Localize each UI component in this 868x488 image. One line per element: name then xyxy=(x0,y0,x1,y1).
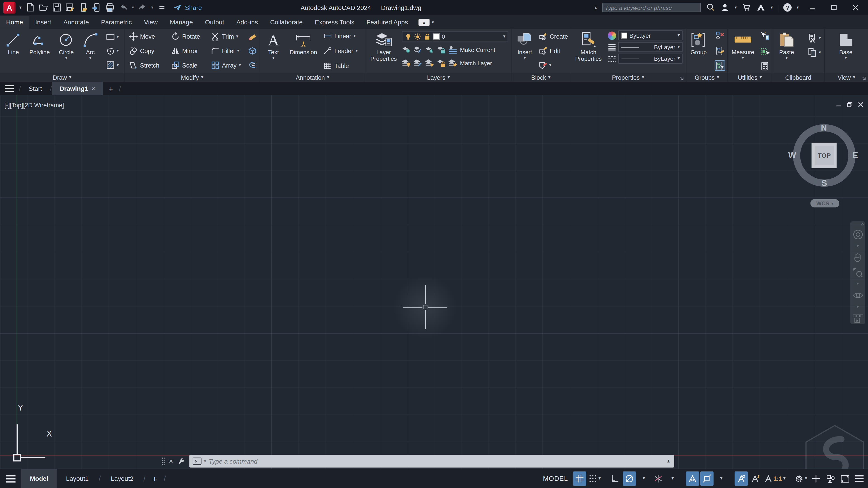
arc-button[interactable]: Arc ▾ xyxy=(80,29,101,73)
snap-mode-toggle[interactable]: ▾ xyxy=(587,471,602,486)
account-icon[interactable] xyxy=(720,3,730,12)
line-button[interactable]: Line xyxy=(2,29,25,73)
file-tabs-menu-button[interactable] xyxy=(0,82,19,95)
quick-calc-icon[interactable] xyxy=(760,61,770,71)
tab-layout1[interactable]: Layout1 xyxy=(57,469,98,488)
help-caret-icon[interactable]: ▾ xyxy=(797,5,799,10)
qat-customize-icon[interactable] xyxy=(157,3,167,12)
layer-unlock-icon[interactable] xyxy=(423,33,431,40)
show-motion-icon[interactable] xyxy=(852,313,863,324)
pan-icon[interactable] xyxy=(852,252,863,263)
account-caret-icon[interactable]: ▾ xyxy=(735,5,737,10)
clipboard-panel-label[interactable]: Clipboard xyxy=(772,73,824,82)
layer-isolate-icon[interactable] xyxy=(413,45,422,54)
command-history-icon[interactable]: ▲ xyxy=(666,459,671,464)
properties-panel-label[interactable]: Properties▾ xyxy=(570,73,686,82)
navigation-wheel-icon[interactable] xyxy=(852,229,863,240)
group-edit-icon[interactable] xyxy=(715,46,725,55)
scale-button[interactable]: Scale xyxy=(171,61,197,70)
match-layer-button[interactable]: Match Layer xyxy=(460,60,492,66)
layer-off-icon[interactable] xyxy=(402,45,411,54)
object-snap-tracking-toggle[interactable] xyxy=(686,471,699,486)
command-bar[interactable]: ▾ ▲ xyxy=(189,455,674,467)
cut-tool[interactable]: ▾ xyxy=(808,33,821,43)
circle-caret-icon[interactable]: ▾ xyxy=(65,56,67,61)
stretch-button[interactable]: Stretch xyxy=(129,61,159,70)
quick-select-icon[interactable] xyxy=(760,31,770,40)
layer-freeze-icon[interactable] xyxy=(425,45,434,54)
command-customize-wrench-icon[interactable] xyxy=(177,457,185,465)
make-current-icon[interactable] xyxy=(448,45,457,54)
osnap-caret-button[interactable]: ▾ xyxy=(715,471,728,486)
new-layout-button[interactable]: + xyxy=(147,474,162,484)
drawing-canvas[interactable]: [-][Top][2D Wireframe] N W E S TOP WCS▾ … xyxy=(0,95,868,469)
plot-icon[interactable] xyxy=(105,3,115,12)
dimension-button[interactable]: Dimension xyxy=(287,29,320,73)
isodraft-caret-button[interactable]: ▾ xyxy=(666,471,679,486)
undo-caret-icon[interactable]: ▾ xyxy=(132,5,134,10)
view-panel-label[interactable]: View▾ xyxy=(825,73,868,82)
erase-icon[interactable] xyxy=(248,32,257,42)
paste-caret-icon[interactable]: ▾ xyxy=(785,56,788,61)
viewport-close-icon[interactable] xyxy=(858,102,864,107)
isometric-drafting-toggle[interactable] xyxy=(652,471,665,486)
groups-panel-label[interactable]: Groups▾ xyxy=(686,73,727,82)
polar-caret-button[interactable]: ▾ xyxy=(637,471,651,486)
viewcube-south[interactable]: S xyxy=(822,178,827,188)
command-input[interactable] xyxy=(209,458,664,464)
leader-button[interactable]: Leader▾ xyxy=(323,46,362,55)
orbit-icon[interactable] xyxy=(852,290,863,301)
undo-icon[interactable] xyxy=(119,3,128,12)
offset-icon[interactable] xyxy=(248,60,257,70)
search-icon[interactable] xyxy=(706,3,715,12)
measure-button[interactable]: Measure ▾ xyxy=(729,29,756,73)
copy-button[interactable]: Copy xyxy=(129,46,154,55)
edit-attributes-tool[interactable]: ▾ xyxy=(539,61,568,70)
window-maximize-button[interactable] xyxy=(825,0,842,15)
close-drawing-tab-icon[interactable]: × xyxy=(92,85,95,92)
select-objects-icon[interactable] xyxy=(760,46,770,56)
insert-caret-icon[interactable]: ▾ xyxy=(524,56,526,61)
tab-drawing1[interactable]: Drawing1 × xyxy=(52,82,103,95)
layer-properties-button[interactable]: Layer Properties xyxy=(368,29,400,73)
draw-panel-label[interactable]: Draw▾ xyxy=(0,73,124,82)
orbit-caret-icon[interactable]: ▾ xyxy=(857,305,859,310)
annotation-scale-button[interactable]: 1:1▾ xyxy=(763,471,786,486)
layout-menu-button[interactable] xyxy=(0,475,21,483)
linetype-dropdown[interactable]: ByLayer ▾ xyxy=(618,54,683,64)
layers-panel-label[interactable]: Layers▾ xyxy=(365,73,512,82)
application-menu-button[interactable]: A xyxy=(3,1,16,13)
arc-caret-icon[interactable]: ▾ xyxy=(89,56,92,61)
mirror-button[interactable]: Mirror xyxy=(171,46,198,55)
navbar-close-icon[interactable]: ✕ xyxy=(861,222,864,226)
window-minimize-button[interactable] xyxy=(804,0,820,15)
edit-block-button[interactable]: Edit xyxy=(539,46,568,55)
insert-block-button[interactable]: Insert ▾ xyxy=(513,29,536,73)
autodesk-caret-icon[interactable]: ▾ xyxy=(771,5,773,10)
ellipse-tool[interactable]: ▾ xyxy=(105,46,119,56)
object-snap-toggle[interactable] xyxy=(700,471,714,486)
circle-button[interactable]: Circle ▾ xyxy=(54,29,79,73)
workspace-switching-button[interactable]: ▾ xyxy=(793,471,808,486)
grid-display-toggle[interactable] xyxy=(573,471,586,486)
tab-output[interactable]: Output xyxy=(199,16,230,29)
fillet-button[interactable]: Fillet▾ xyxy=(211,46,239,55)
customization-button[interactable] xyxy=(852,471,866,486)
zoom-icon[interactable] xyxy=(852,267,863,278)
navigation-wheel-caret-icon[interactable]: ▾ xyxy=(857,244,859,249)
tab-view[interactable]: View xyxy=(138,16,164,29)
snap-caret-icon[interactable]: ▾ xyxy=(598,477,600,481)
layer-lock-icon[interactable] xyxy=(437,45,445,54)
isolate-objects-button[interactable] xyxy=(824,471,837,486)
layer-on-icon[interactable] xyxy=(402,59,411,68)
tab-insert[interactable]: Insert xyxy=(29,16,57,29)
command-prompt-icon[interactable] xyxy=(192,457,201,465)
annotation-panel-label[interactable]: Annotation▾ xyxy=(260,73,365,82)
clean-screen-button[interactable] xyxy=(838,471,851,486)
layer-unisolate-icon[interactable] xyxy=(413,59,422,68)
utilities-panel-label[interactable]: Utilities▾ xyxy=(728,73,772,82)
make-current-button[interactable]: Make Current xyxy=(460,46,495,53)
annotation-scale-caret-icon[interactable]: ▾ xyxy=(783,477,785,481)
rotate-button[interactable]: Rotate xyxy=(171,32,200,41)
search-input[interactable] xyxy=(605,4,698,11)
